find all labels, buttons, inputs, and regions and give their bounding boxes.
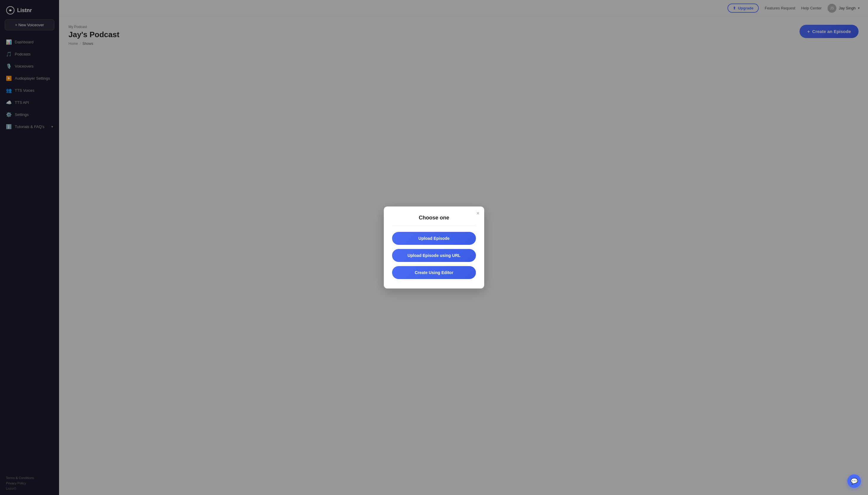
upload-episode-url-button[interactable]: Upload Episode using URL (392, 249, 476, 262)
modal-buttons: Upload Episode Upload Episode using URL … (392, 232, 476, 279)
upload-episode-button[interactable]: Upload Episode (392, 232, 476, 245)
main-area: ⬆ Upgrade Features Request Help Center J… (59, 0, 868, 495)
chat-bubble-button[interactable]: 💬 (847, 474, 861, 488)
modal-overlay[interactable]: Choose one × Upload Episode Upload Episo… (0, 0, 868, 495)
create-using-editor-button[interactable]: Create Using Editor (392, 266, 476, 279)
modal-title: Choose one (392, 215, 476, 226)
modal-close-button[interactable]: × (476, 211, 479, 216)
choose-one-modal: Choose one × Upload Episode Upload Episo… (384, 206, 484, 289)
chat-icon: 💬 (851, 478, 858, 485)
